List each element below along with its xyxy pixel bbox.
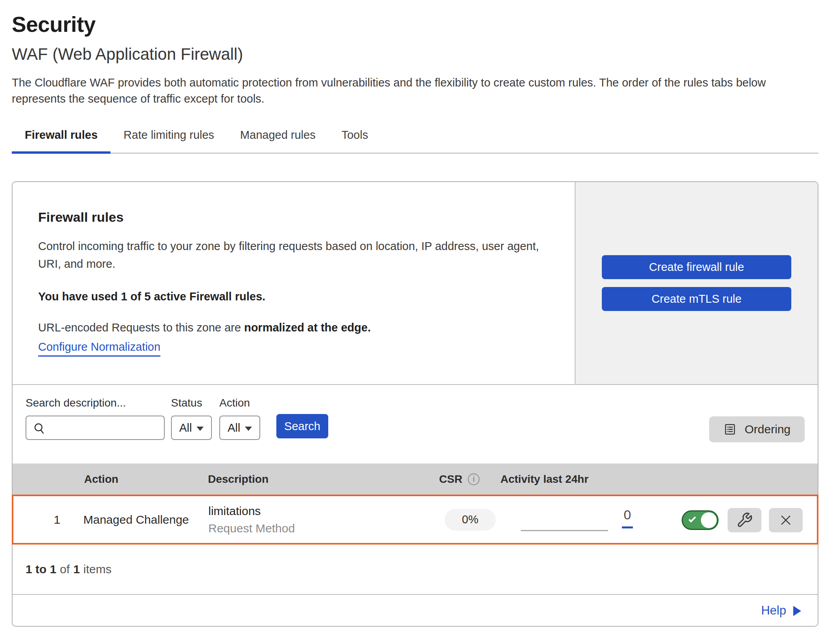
page-subtitle: WAF (Web Application Firewall) [12, 45, 818, 64]
delete-rule-button[interactable] [769, 508, 803, 532]
normalization-text: URL-encoded Requests to this zone are [38, 321, 241, 334]
column-header-activity: Activity last 24hr [500, 473, 588, 486]
search-icon [33, 421, 46, 435]
activity-count-underline [622, 526, 633, 528]
rules-tab-bar: Firewall rules Rate limiting rules Manag… [12, 126, 818, 154]
chevron-down-icon [197, 427, 204, 431]
search-label: Search description... [26, 397, 165, 409]
items-total: 1 [73, 563, 80, 576]
panel-heading: Firewall rules [38, 210, 551, 225]
status-label: Status [171, 397, 212, 409]
column-header-description: Description [208, 473, 268, 486]
tab-rate-limiting-rules[interactable]: Rate limiting rules [110, 126, 227, 153]
check-icon [688, 515, 696, 523]
items-text: items [83, 563, 112, 576]
csr-label: CSR [439, 473, 462, 486]
rule-enabled-toggle[interactable] [682, 510, 719, 530]
status-selected-value: All [179, 421, 192, 434]
rule-action: Managed Challenge [83, 513, 189, 526]
list-order-icon [723, 423, 737, 436]
tab-managed-rules[interactable]: Managed rules [227, 126, 329, 153]
csr-value-badge: 0% [445, 509, 496, 531]
page-description: The Cloudflare WAF provides both automat… [12, 75, 818, 107]
tab-tools[interactable]: Tools [329, 126, 381, 153]
items-range: 1 to 1 [26, 563, 56, 576]
status-filter-group: Status All [171, 397, 212, 440]
action-label: Action [219, 397, 260, 409]
chevron-down-icon [245, 427, 252, 431]
ordering-button[interactable]: Ordering [709, 416, 805, 442]
activity-count-link[interactable]: 0 [619, 507, 636, 528]
column-header-csr: CSR [439, 473, 480, 486]
rule-description-name: limitations [208, 504, 295, 518]
rule-priority: 1 [43, 513, 71, 526]
rule-description: limitations Request Method [208, 504, 295, 535]
rule-description-field: Request Method [208, 522, 295, 535]
action-select[interactable]: All [219, 416, 260, 440]
panel-description: Control incoming traffic to your zone by… [38, 237, 551, 273]
table-pagination-summary: 1 to 1 of 1 items [13, 545, 818, 594]
configure-normalization-link[interactable]: Configure Normalization [38, 340, 160, 357]
page-title: Security [12, 0, 818, 37]
page-header: Security WAF (Web Application Firewall) … [12, 0, 818, 107]
search-input[interactable] [49, 416, 163, 439]
search-button[interactable]: Search [276, 414, 328, 438]
activity-sparkline [521, 530, 608, 531]
usage-summary: You have used 1 of 5 active Firewall rul… [38, 290, 551, 303]
action-filter-group: Action All [219, 397, 260, 440]
help-label: Help [761, 604, 786, 618]
firewall-rules-card: Firewall rules Control incoming traffic … [12, 181, 818, 627]
normalization-note: URL-encoded Requests to this zone are no… [38, 321, 551, 334]
filters-row: Search description... Status All [26, 397, 805, 440]
of-text: of [60, 563, 70, 576]
ordering-button-label: Ordering [745, 423, 791, 436]
search-box [26, 416, 165, 440]
create-firewall-rule-button[interactable]: Create firewall rule [602, 255, 791, 279]
column-header-action: Action [84, 473, 118, 486]
info-icon[interactable] [468, 473, 480, 485]
card-help-row: Help [13, 594, 818, 626]
firewall-rules-info: Firewall rules Control incoming traffic … [13, 182, 575, 384]
rules-table-header: Action Description CSR Activity last 24h… [13, 464, 818, 495]
activity-count-value: 0 [624, 507, 631, 522]
security-waf-page: Security WAF (Web Application Firewall) … [0, 0, 831, 644]
normalization-bold: normalized at the edge. [244, 321, 371, 334]
create-mtls-rule-button[interactable]: Create mTLS rule [602, 287, 791, 311]
tab-firewall-rules[interactable]: Firewall rules [12, 126, 110, 153]
rules-filter-bar: Search description... Status All [13, 384, 818, 464]
wrench-icon [736, 512, 753, 528]
arrow-right-icon [793, 606, 801, 616]
search-filter-group: Search description... [26, 397, 165, 440]
table-row-highlighted: 1 Managed Challenge limitations Request … [12, 495, 818, 545]
close-icon [778, 513, 793, 528]
create-rule-actions: Create firewall rule Create mTLS rule [575, 182, 818, 384]
edit-rule-button[interactable] [728, 508, 761, 532]
action-selected-value: All [228, 421, 240, 434]
firewall-rules-overview: Firewall rules Control incoming traffic … [13, 182, 818, 384]
status-select[interactable]: All [171, 416, 212, 440]
help-link[interactable]: Help [761, 604, 801, 618]
toggle-knob [701, 512, 717, 528]
